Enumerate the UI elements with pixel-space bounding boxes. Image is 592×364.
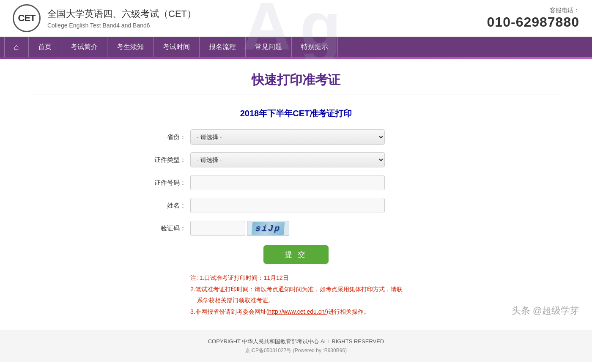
id-type-select[interactable]: - 请选择 - [190,152,385,167]
captcha-text: siJp [252,222,285,235]
id-number-input[interactable] [190,175,385,190]
nav-home[interactable]: ⌂ [4,37,29,57]
header-title-cn: 全国大学英语四、六级考试（CET） [47,8,196,20]
id-number-row: 证件号码： [148,175,444,190]
nav-home-text[interactable]: 首页 [29,37,61,57]
nav-faq[interactable]: 常见问题 [246,37,292,57]
captcha-image[interactable]: siJp [247,221,289,236]
main-content: 快速打印准考证 2018年下半年CET准考证打印 省份： - 请选择 - 证件类… [0,59,592,330]
note-3: 3.非网报省份请到考委会网址(http://www.cet.edu.cn/)进行… [190,306,444,317]
nav-notice[interactable]: 考生须知 [107,37,153,57]
nav-schedule[interactable]: 考试时间 [153,37,200,57]
title-divider [34,95,558,95]
nav-intro[interactable]: 考试简介 [61,37,107,57]
name-input[interactable] [190,198,385,213]
captcha-row: 验证码： siJp [148,221,444,236]
notes-section: 注: 1.口试准考证打印时间：11月12日 2.笔试准考证打印时间：请以考点通知… [190,272,444,317]
captcha-controls: siJp [190,221,289,236]
cet-logo: CET [13,4,41,32]
footer-icp: 京ICP备05031027号 (Powered by :B930B96) [8,347,584,354]
footer-copyright: COPYRIGHT 中华人民共和国教育部考试中心 ALL RIGHTS RESE… [8,338,584,345]
header-title-en: College English Test Band4 and Band6 [47,22,196,29]
submit-button[interactable]: 提 交 [263,245,328,264]
page-title: 快速打印准考证 [17,71,575,89]
captcha-label: 验证码： [148,224,190,233]
header-contact: 客服电话： 010-62987880 [487,7,579,30]
main-nav: ⌂ 首页 考试简介 考生须知 考试时间 报名流程 常见问题 特别提示 [0,37,592,57]
id-type-label: 证件类型： [148,156,190,164]
province-select[interactable]: - 请选择 - [190,129,385,145]
watermark: 头条 @超级学芽 [512,304,579,317]
captcha-input[interactable] [190,221,245,236]
province-label: 省份： [148,133,190,141]
name-label: 姓名： [148,202,190,210]
footer: COPYRIGHT 中华人民共和国教育部考试中心 ALL RIGHTS RESE… [0,330,592,362]
submit-row: 提 交 [148,245,444,264]
form-section: 2018年下半年CET准考证打印 省份： - 请选择 - 证件类型： - 请选择… [148,108,444,317]
nav-special-notice[interactable]: 特别提示 [292,37,338,57]
header: CET 全国大学英语四、六级考试（CET） College English Te… [0,0,592,37]
id-type-row: 证件类型： - 请选择 - [148,152,444,167]
header-title-block: 全国大学英语四、六级考试（CET） College English Test B… [47,8,196,29]
id-number-label: 证件号码： [148,179,190,187]
phone-number: 010-62987880 [487,14,579,30]
name-row: 姓名： [148,198,444,213]
nav-registration[interactable]: 报名流程 [200,37,246,57]
phone-label: 客服电话： [487,7,579,14]
form-subtitle: 2018年下半年CET准考证打印 [148,108,444,119]
header-left: CET 全国大学英语四、六级考试（CET） College English Te… [13,4,196,32]
province-row: 省份： - 请选择 - [148,129,444,145]
note-1: 注: 1.口试准考证打印时间：11月12日 [190,272,444,284]
note-2: 2.笔试准考证打印时间：请以考点通知时间为准，如考点采用集体打印方式，请联 系学… [190,284,444,306]
home-icon: ⌂ [14,42,19,52]
cet-link[interactable]: http://www.cet.edu.cn/ [268,308,326,315]
